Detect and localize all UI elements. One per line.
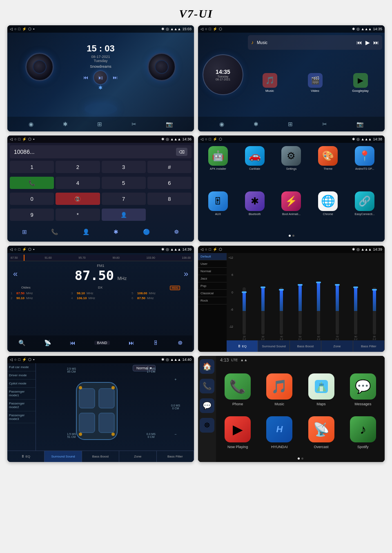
back-icon[interactable]: ◁ [10, 27, 13, 31]
recents-icon[interactable]: □ [18, 137, 20, 141]
cp-app-maps[interactable]: 280 Maps [308, 373, 334, 406]
back-icon[interactable]: ◁ [10, 137, 13, 141]
radio-settings-icon[interactable]: ☸ [178, 340, 183, 346]
eq-handle-40[interactable] [279, 289, 284, 291]
contacts-icon[interactable]: 👤 [82, 229, 89, 235]
back-icon[interactable]: ◁ [200, 247, 203, 251]
key-9[interactable]: 9 [10, 209, 54, 221]
key-7[interactable]: 7 [102, 193, 146, 205]
app-boot[interactable]: ⚡ Boot Animati... [275, 191, 308, 233]
dialpad-icon[interactable]: ⊞ [22, 229, 27, 235]
cp-app-overcast[interactable]: 📡 Overcast [308, 416, 334, 449]
cp-app-hyundai[interactable]: H HYUNDAI [266, 416, 292, 449]
mode-cpilot[interactable]: Cpilot mode [7, 380, 36, 388]
eq-handle-20[interactable] [242, 291, 247, 293]
cp-app-spotify[interactable]: ♪ Spotify [350, 416, 376, 449]
preset-default[interactable]: Default [198, 253, 227, 260]
tab-bass-boost[interactable]: Bass Boost [290, 340, 321, 352]
preset-1[interactable]: 1 87.50 MHz [11, 291, 70, 295]
scan-icon[interactable]: 📡 [44, 340, 51, 346]
band-button[interactable]: BAND [94, 341, 109, 345]
recents-icon[interactable]: □ [18, 27, 20, 31]
call-button[interactable]: 📞 [10, 177, 54, 189]
app-apk[interactable]: 🤖 APK installer [201, 146, 235, 188]
preset-normal[interactable]: Normal [198, 268, 227, 275]
app-aux[interactable]: 🎚 AUX [201, 191, 235, 233]
home-icon[interactable]: ○ [14, 358, 16, 362]
cp-app-music[interactable]: 🎵 Music [266, 373, 292, 406]
app-androits[interactable]: 📍 AndroiTS GP... [348, 146, 381, 188]
mode-passenger1[interactable]: Passenger mode1 [7, 388, 36, 400]
play-pause-button[interactable]: ⏯ [93, 70, 108, 85]
zone-tab-bass-boost[interactable]: Bass Boost [82, 451, 119, 462]
settings-nav-icon[interactable]: ✂ [131, 121, 136, 127]
key-4[interactable]: 4 [56, 177, 100, 189]
zone-plus[interactable]: + [160, 378, 192, 382]
phone-icon[interactable]: 📞 [51, 229, 58, 235]
extra-nav-icon[interactable]: 📷 [166, 121, 173, 127]
cp-dot-2[interactable] [301, 458, 303, 460]
contacts-button[interactable]: 👤 [102, 209, 146, 221]
settings-phone-icon[interactable]: ☸ [174, 229, 179, 235]
home-icon[interactable]: ○ [14, 137, 16, 141]
recents-icon[interactable]: □ [18, 358, 20, 362]
back-icon[interactable]: ◁ [200, 137, 203, 141]
eq-handle-95[interactable] [372, 289, 377, 291]
key-1[interactable]: 1 [10, 161, 54, 173]
app-carmate[interactable]: 🚗 CarMate [238, 146, 272, 188]
eq-handle-80[interactable] [353, 286, 358, 288]
extra-nav-icon[interactable]: 📷 [356, 121, 363, 127]
home-icon[interactable]: ○ [205, 27, 207, 31]
key-2[interactable]: 2 [56, 161, 100, 173]
app-googleplay[interactable]: ▶ Googleplay [339, 51, 382, 114]
preset-rock[interactable]: Rock [198, 297, 227, 304]
backspace-button[interactable]: ⌫ [176, 148, 187, 156]
cp-dot-1[interactable] [298, 458, 300, 460]
dot-2[interactable] [292, 235, 294, 237]
mode-passenger2[interactable]: Passenger mode2 [7, 400, 36, 411]
eq-icon[interactable]: 🎚 [153, 340, 159, 346]
eq-handle-30[interactable] [261, 286, 265, 288]
eq-track-70[interactable] [336, 287, 339, 335]
cp-home-icon[interactable]: 🏠 [200, 359, 214, 374]
mode-driver[interactable]: Driver mode [7, 371, 36, 380]
recents-icon[interactable]: □ [209, 247, 211, 251]
search-icon[interactable]: 🔍 [18, 340, 25, 346]
nav-icon[interactable]: ◉ [29, 121, 33, 127]
key-3[interactable]: 3 [102, 161, 146, 173]
key-star[interactable]: * [56, 209, 100, 221]
prev-button[interactable]: ⏮ [82, 73, 90, 82]
bluetooth-nav-icon[interactable]: ✱ [63, 121, 68, 127]
app-chrome[interactable]: 🌐 Chrome [311, 191, 345, 233]
tab-bass-filter[interactable]: Bass Filter [353, 340, 385, 352]
preset-jazz[interactable]: Jazz [198, 275, 227, 282]
key-8[interactable]: 8 [147, 193, 192, 205]
mode-full-car[interactable]: Full car mode [7, 363, 36, 371]
next-button[interactable]: ⏭ [111, 73, 119, 82]
settings-nav-icon[interactable]: ✂ [322, 121, 327, 127]
key-0[interactable]: 0 [10, 193, 54, 205]
eq-track-40[interactable] [280, 287, 283, 335]
bt-phone-icon[interactable]: ✱ [114, 229, 118, 235]
home-icon[interactable]: ○ [205, 247, 207, 251]
eq-track-30[interactable] [261, 287, 265, 335]
app-settings[interactable]: ⚙ Settings [275, 146, 308, 188]
next-station-icon[interactable]: ⏭ [129, 340, 134, 346]
tab-eq[interactable]: 🎚 EQ [227, 340, 258, 352]
eq-track-20[interactable] [243, 287, 246, 335]
app-easyconnect[interactable]: 🔗 EasyConnecti... [348, 191, 381, 233]
eq-track-95[interactable] [373, 287, 376, 335]
eq-track-80[interactable] [354, 287, 357, 335]
recents-icon[interactable]: □ [18, 247, 20, 251]
eq-handle-70[interactable] [335, 284, 340, 286]
app-video[interactable]: 🎬 Video [293, 51, 337, 114]
cp-app-messages[interactable]: 💬 Messages [350, 373, 376, 406]
eq-track-50[interactable] [298, 287, 302, 335]
apps-nav-icon[interactable]: ⊞ [97, 121, 102, 127]
eq-track-60[interactable] [317, 287, 320, 335]
preset-4[interactable]: 4 106.10 MHz [71, 296, 130, 300]
bluetooth-nav-icon[interactable]: ✱ [254, 121, 258, 127]
key-5[interactable]: 5 [102, 177, 146, 189]
end-call-button[interactable]: 📵 [56, 193, 100, 205]
key-hash[interactable]: # [147, 161, 192, 173]
